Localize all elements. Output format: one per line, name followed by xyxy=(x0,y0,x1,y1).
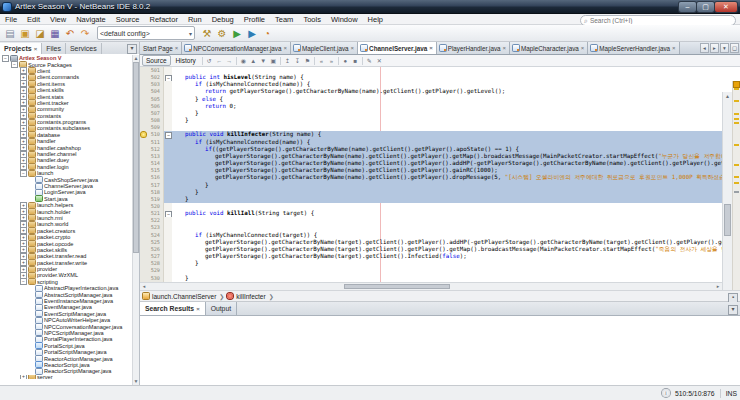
code-line[interactable]: 518} xyxy=(140,189,722,196)
close-icon[interactable]: × xyxy=(351,45,355,51)
code-line[interactable]: 505} else { xyxy=(140,96,722,103)
code-line[interactable]: 509 xyxy=(140,124,722,131)
tab-npcconversationmanager-java[interactable]: NPCConversationManager.java× xyxy=(182,42,291,54)
menu-tools[interactable]: Tools xyxy=(298,15,326,24)
menu-debug[interactable]: Debug xyxy=(207,15,239,24)
collapse-icon[interactable]: − xyxy=(2,55,9,62)
code-line[interactable]: 517} xyxy=(140,182,722,189)
line-number[interactable]: 529 xyxy=(140,267,164,274)
forward-icon[interactable]: → xyxy=(225,56,234,65)
line-number[interactable]: 519 xyxy=(140,196,164,203)
tab-files[interactable]: Files xyxy=(42,43,66,54)
line-number[interactable]: 501 xyxy=(140,67,164,74)
search-results-panel[interactable] xyxy=(140,316,740,385)
tab-playerhandler-java[interactable]: PlayerHandler.java× xyxy=(437,42,510,54)
undo-icon[interactable]: ↶ xyxy=(63,26,77,40)
code-line[interactable]: 510−public void killInfecter(String name… xyxy=(140,131,722,138)
breadcrumb-method[interactable]: killInfecter xyxy=(236,293,265,300)
tab-mapleserverhandler-java[interactable]: MapleServerHandler.java× xyxy=(588,42,679,54)
quick-search[interactable]: ⌕ xyxy=(580,15,736,26)
title-bar[interactable]: Artlex Season V - NetBeans IDE 8.0.2 –▢✕ xyxy=(0,0,740,14)
warning-mark[interactable] xyxy=(734,191,739,193)
code-line[interactable]: 514getPlayerStorage().getCharacterByName… xyxy=(140,160,722,167)
tree-item-server[interactable]: +server xyxy=(0,375,132,379)
line-number[interactable]: 508 xyxy=(140,117,164,124)
scroll-tabs-right-icon[interactable]: ▸ xyxy=(710,43,719,53)
notifications-icon[interactable]: i xyxy=(662,389,670,397)
run-project-icon[interactable]: ▶ xyxy=(230,26,244,40)
previous-bookmark-icon[interactable]: ↥ xyxy=(283,56,292,65)
menu-source[interactable]: Source xyxy=(111,15,145,24)
warning-mark[interactable] xyxy=(734,100,739,102)
tab-mapleclient-java[interactable]: MapleClient.java× xyxy=(291,42,358,54)
scroll-left-icon[interactable]: ◂ xyxy=(140,283,148,290)
build-project-icon[interactable]: ⚒ xyxy=(200,26,214,40)
line-number[interactable]: 525 xyxy=(140,239,164,246)
save-all-icon[interactable]: ▦ xyxy=(48,26,62,40)
menu-help[interactable]: Help xyxy=(363,15,388,24)
tree-scrollbar-thumb[interactable] xyxy=(133,62,139,253)
new-project-icon[interactable]: ▣ xyxy=(18,26,32,40)
line-number[interactable]: 523 xyxy=(140,224,164,231)
profile-project-icon[interactable]: ◔ xyxy=(260,26,274,40)
code-line[interactable]: 527getPlayerStorage().getCharacterByName… xyxy=(140,253,722,260)
scroll-up-icon[interactable]: ▲ xyxy=(723,92,732,100)
scroll-right-icon[interactable]: ▸ xyxy=(714,283,722,290)
tree-scrollbar[interactable]: ▲ ▼ xyxy=(132,55,139,385)
search-input[interactable] xyxy=(590,16,732,24)
menu-run[interactable]: Run xyxy=(183,15,207,24)
line-number[interactable]: 515 xyxy=(140,167,164,174)
comment-icon[interactable]: ✎ xyxy=(365,56,374,65)
code-line[interactable]: 522 xyxy=(140,217,722,224)
warning-mark[interactable] xyxy=(734,118,739,120)
code-line[interactable]: 512if((getPlayerStorage().getCharacterBy… xyxy=(140,146,722,153)
code-line[interactable]: 506return 0; xyxy=(140,103,722,110)
line-number[interactable]: 518 xyxy=(140,189,164,196)
toggle-highlight-icon[interactable]: ▣ xyxy=(269,56,278,65)
line-number[interactable]: 513 xyxy=(140,153,164,160)
tab-list-dropdown-icon[interactable]: ▾ xyxy=(720,43,729,53)
code-line[interactable]: 502−public int hisLevel(String name) { xyxy=(140,74,722,81)
code-line[interactable]: 528} xyxy=(140,260,722,267)
line-number[interactable]: 520 xyxy=(140,203,164,210)
close-icon[interactable]: × xyxy=(581,45,585,51)
find-selection-icon[interactable]: ◉ xyxy=(239,56,248,65)
uncomment-icon[interactable]: ✕ xyxy=(375,56,384,65)
stop-macro-icon[interactable]: ■ xyxy=(351,56,360,65)
menu-refactor[interactable]: Refactor xyxy=(145,15,183,24)
find-previous-icon[interactable]: ▲ xyxy=(249,56,258,65)
tab-output[interactable]: Output xyxy=(206,302,237,315)
menu-profile[interactable]: Profile xyxy=(239,15,270,24)
line-number[interactable]: 506 xyxy=(140,103,164,110)
code-line[interactable]: 524if (isMyChannelConnected(target)) { xyxy=(140,232,722,239)
expand-icon[interactable]: + xyxy=(20,375,27,379)
history-view-button[interactable]: History xyxy=(172,55,200,66)
menu-edit[interactable]: Edit xyxy=(22,15,45,24)
toggle-bookmark-icon[interactable]: ⚑ xyxy=(303,56,312,65)
code-line[interactable]: 515getPlayerStorage().getCharacterByName… xyxy=(140,167,722,174)
line-number[interactable]: 511 xyxy=(140,139,164,146)
line-number[interactable]: 514 xyxy=(140,160,164,167)
line-number[interactable]: 524 xyxy=(140,232,164,239)
code-line[interactable]: 521−public void killIall(String target) … xyxy=(140,210,722,217)
line-number[interactable]: 502 xyxy=(140,74,164,81)
menu-file[interactable]: File xyxy=(0,15,22,24)
scroll-up-icon[interactable]: ▲ xyxy=(133,55,139,62)
back-icon[interactable]: ← xyxy=(215,56,224,65)
warning-mark[interactable] xyxy=(734,176,739,178)
minimize-panel-icon[interactable]: ▾ xyxy=(127,44,137,54)
code-line[interactable]: 529 xyxy=(140,267,722,274)
code-line[interactable]: 525getPlayerStorage().getCharacterByName… xyxy=(140,239,722,246)
line-number[interactable]: 510 xyxy=(140,131,164,138)
redo-icon[interactable]: ↷ xyxy=(78,26,92,40)
clean-build-icon[interactable]: ⚙ xyxy=(215,26,229,40)
tab-maplecharacter-java[interactable]: MapleCharacter.java× xyxy=(510,42,588,54)
hint-bulb-icon[interactable] xyxy=(141,132,146,137)
editor-vscrollbar[interactable]: ▲ ▼ xyxy=(722,92,732,307)
warning-mark[interactable] xyxy=(734,88,739,90)
config-select[interactable]: <default config> ▾ xyxy=(97,26,195,40)
collapse-icon[interactable]: − xyxy=(20,170,27,177)
minimize-panel-icon[interactable]: ▾ xyxy=(728,305,738,315)
close-icon[interactable]: × xyxy=(196,306,200,312)
close-icon[interactable]: × xyxy=(672,45,676,51)
